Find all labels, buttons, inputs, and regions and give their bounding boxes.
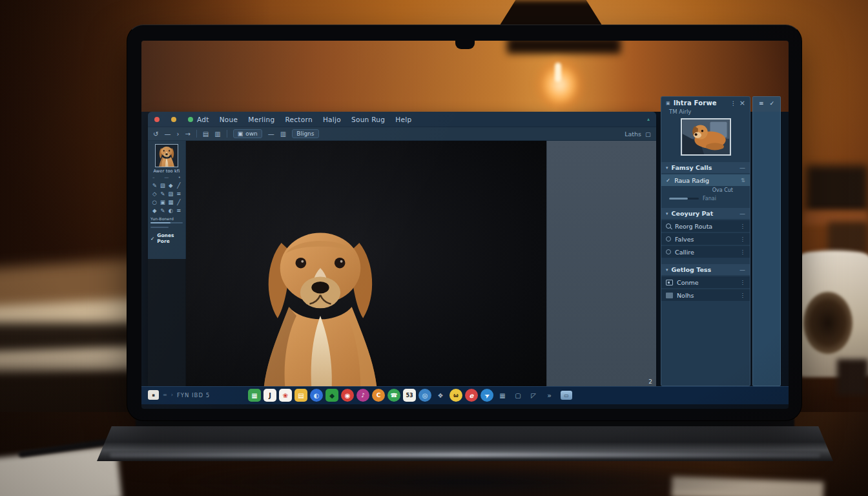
dock-icon-calendar[interactable]: 53 [403, 389, 416, 402]
more-options-icon[interactable]: ⋮ [740, 249, 746, 255]
diamond-tool-icon[interactable]: ◆ [150, 207, 159, 214]
minimize-window-button[interactable] [171, 117, 176, 122]
secondary-workspace-panel[interactable]: 2 [546, 141, 656, 386]
grid-tool-icon[interactable]: ▦ [167, 199, 175, 205]
shape-tool-icon[interactable]: ◆ [167, 182, 175, 189]
menu-item[interactable]: Rectorn [285, 116, 313, 123]
zoom-window-button[interactable] [188, 117, 193, 122]
dock-icon-browser[interactable]: ◐ [310, 389, 323, 402]
stroke-style-row[interactable]: – — • [150, 174, 183, 180]
grid-icon[interactable]: ▥ [214, 130, 220, 138]
line-tool-icon[interactable]: ╱ [175, 199, 183, 205]
menu-item[interactable]: Help [395, 116, 411, 123]
frame-icon[interactable]: ▢ [645, 130, 651, 138]
dock-icon-folder-outline[interactable]: ◸ [527, 389, 540, 402]
size-slider[interactable] [150, 222, 183, 223]
dock-icon-phone[interactable]: ☎ [388, 389, 400, 402]
line-style-icon[interactable]: — [164, 175, 169, 180]
redo-arrow-icon[interactable]: → [185, 130, 190, 138]
dock-icon-book-outline[interactable]: ▢ [512, 389, 524, 402]
slider-label: Yun-Bonerd [150, 216, 183, 221]
panel-icon[interactable]: ▤ [203, 130, 209, 138]
more-options-icon[interactable]: ⋮ [730, 100, 736, 107]
hatch-tool-icon[interactable]: ▨ [167, 191, 175, 197]
editor-canvas[interactable] [186, 141, 546, 386]
more-options-icon[interactable]: ⋮ [740, 223, 746, 229]
section-header[interactable]: ▾ Famsy Calls — [661, 162, 750, 173]
check-icon[interactable]: ✓ [770, 100, 775, 107]
dock-icon-swirl-blue[interactable]: ◎ [418, 389, 431, 402]
finder-badge-icon[interactable]: ▪ [148, 390, 159, 400]
aligns-button[interactable]: Bligns [292, 129, 318, 138]
adjustment-row[interactable]: Reorg Routa ⋮ [661, 220, 750, 232]
secondary-slider[interactable] [150, 227, 169, 228]
dock-icon-media-red[interactable]: ◉ [341, 389, 354, 402]
collapse-icon[interactable]: — [739, 211, 745, 217]
laptop-display: Adt Noue Merling Rectorn Haljo Soun Rug … [127, 25, 802, 421]
tools-footer-toggle[interactable]: ✓ Gones Pore [150, 232, 183, 244]
line-tool-icon[interactable]: ╱ [175, 182, 183, 189]
close-icon[interactable]: × [739, 99, 745, 107]
collapse-icon[interactable]: — [739, 267, 745, 273]
chevron-down-icon: ▾ [666, 165, 668, 170]
forward-icon[interactable]: › [176, 130, 179, 138]
stepper-icon[interactable]: ⇅ [741, 177, 745, 183]
pen-tool-icon[interactable]: ✎ [159, 207, 167, 214]
adjustment-row[interactable]: Callire ⋮ [661, 246, 750, 258]
dock-icon-tool-gray[interactable]: ❖ [434, 389, 447, 402]
section-header[interactable]: ▾ Getlog Tess — [661, 264, 750, 275]
hatch-tool-icon[interactable]: ▨ [159, 182, 167, 189]
asset-row[interactable]: Conme ⋮ [661, 276, 750, 288]
menu-item[interactable]: Soun Rug [351, 116, 385, 123]
menu-tool-icon[interactable]: ≡ [175, 207, 183, 214]
board-tool-icon[interactable]: ▣ [159, 199, 167, 205]
list-icon[interactable]: ▥ [280, 130, 286, 138]
dock-icon-music[interactable]: ♪ [356, 389, 369, 402]
section-title: Getlog Tess [672, 266, 712, 273]
diamond-tool-icon[interactable]: ◇ [150, 191, 159, 197]
collapse-icon[interactable]: — [739, 165, 745, 171]
dock-icon-orange-c[interactable]: C [372, 389, 385, 402]
dock-icon-panel-outline[interactable]: ▦ [496, 389, 509, 402]
reference-thumbnail[interactable] [155, 144, 178, 167]
adjustment-row[interactable]: Falves ⋮ [661, 233, 750, 245]
links-label[interactable]: Laths [625, 130, 641, 138]
resize-handle[interactable]: 2 [648, 378, 652, 385]
menu-item[interactable]: Noue [220, 116, 238, 123]
close-window-button[interactable] [154, 117, 160, 122]
section-header[interactable]: ▾ Ceoyury Pat — [661, 208, 750, 219]
more-options-icon[interactable]: ⋮ [740, 236, 746, 242]
menu-item[interactable]: Merling [248, 116, 274, 123]
asset-row[interactable]: Nolhs ⋮ [661, 289, 750, 301]
pen-tool-icon[interactable]: ✎ [159, 191, 167, 197]
own-mode-button[interactable]: ▣ own [233, 129, 262, 138]
dock-icon-telegram[interactable]: ➤ [480, 389, 493, 402]
shelf-books-lower [828, 222, 868, 254]
layer-label: Raua Radig [674, 177, 709, 184]
hamburger-menu-icon[interactable]: ≡ [759, 100, 764, 107]
dock-icon-mail[interactable]: ▤ [294, 389, 307, 402]
dock-icon-grid-green[interactable]: ▦ [248, 389, 261, 402]
dock-icon-chevrons[interactable]: » [542, 389, 555, 402]
dock-icon-emoji[interactable]: ω [450, 389, 462, 402]
line-style-icon[interactable]: – [152, 175, 155, 180]
more-options-icon[interactable]: ⋮ [740, 292, 746, 298]
menu-item[interactable]: Adt [197, 116, 209, 123]
undo-icon[interactable]: ↺ [153, 130, 158, 138]
dock-icon-notes[interactable]: J [264, 389, 276, 402]
more-options-icon[interactable]: ⋮ [740, 279, 746, 285]
dock-icon-chat[interactable]: ◆ [326, 389, 338, 402]
dock-icon-monitor[interactable]: ▭ [561, 391, 572, 400]
slider-track[interactable] [669, 198, 699, 200]
check-icon: ✓ [666, 177, 670, 183]
menu-item[interactable]: Haljo [323, 116, 341, 123]
layer-row-selected[interactable]: ✓ Raua Radig ⇅ [661, 174, 750, 186]
layer-thumbnail[interactable] [681, 118, 731, 156]
dock-icon-photos-flower[interactable]: ❀ [279, 389, 292, 402]
menu-tool-icon[interactable]: ≡ [175, 191, 183, 197]
contrast-tool-icon[interactable]: ◐ [167, 207, 175, 214]
circle-tool-icon[interactable]: ○ [150, 199, 159, 205]
line-style-icon[interactable]: • [178, 175, 181, 180]
pen-tool-icon[interactable]: ✎ [150, 182, 159, 189]
dock-icon-red-e[interactable]: e [465, 389, 478, 402]
